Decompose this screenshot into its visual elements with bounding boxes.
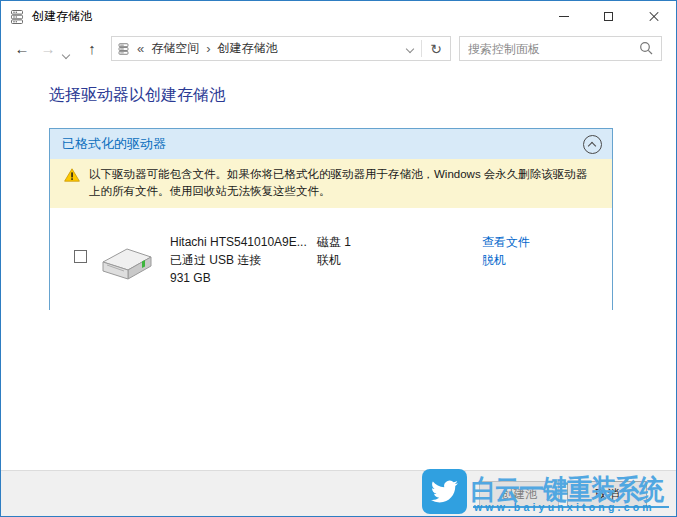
warning-line-2: 上的所有文件。使用回收站无法恢复这些文件。 xyxy=(89,183,587,200)
formatted-drives-header-label: 已格式化的驱动器 xyxy=(62,135,583,153)
navigation-bar: ← → ↑ « 存储空间 xyxy=(1,32,676,65)
warning-bar: 以下驱动器可能包含文件。如果你将已格式化的驱动器用于存储池，Windows 会永… xyxy=(50,159,612,208)
warning-text: 以下驱动器可能包含文件。如果你将已格式化的驱动器用于存储池，Windows 会永… xyxy=(89,166,587,200)
page-title: 选择驱动器以创建存储池 xyxy=(49,85,225,106)
minimize-icon xyxy=(559,16,569,17)
formatted-drives-header[interactable]: 已格式化的驱动器 xyxy=(50,129,612,159)
breadcrumb[interactable]: « 存储空间 › 创建存储池 ↻ xyxy=(111,36,451,61)
up-button[interactable]: ↑ xyxy=(81,36,103,61)
disk-status: 联机 xyxy=(317,251,351,269)
search-box xyxy=(459,36,662,61)
breadcrumb-item-create-pool[interactable]: 创建存储池 xyxy=(218,40,278,57)
drive-checkbox[interactable] xyxy=(74,250,87,263)
disk-label: 磁盘 1 xyxy=(317,233,351,251)
storage-pool-app-icon xyxy=(9,9,25,25)
drive-actions-column: 查看文件 脱机 xyxy=(482,233,530,269)
address-dropdown-button[interactable] xyxy=(399,37,421,60)
breadcrumb-separator-icon: › xyxy=(206,41,210,56)
history-dropdown-button[interactable] xyxy=(63,44,69,62)
drive-name: Hitachi HTS541010A9E... xyxy=(170,233,307,251)
formatted-drives-group: 已格式化的驱动器 以下驱动器可能包含文件。如果你将已格式化的驱动器用于存储池，W… xyxy=(49,128,613,310)
drive-row: Hitachi HTS541010A9E... 已通过 USB 连接 931 G… xyxy=(50,208,612,312)
window-controls xyxy=(541,1,676,32)
window-title: 创建存储池 xyxy=(32,8,92,25)
warning-icon xyxy=(64,168,80,200)
breadcrumb-root-ellipsis[interactable]: « xyxy=(137,41,144,56)
warning-line-1: 以下驱动器可能包含文件。如果你将已格式化的驱动器用于存储池，Windows 会永… xyxy=(89,166,587,183)
chevron-down-icon xyxy=(62,51,70,59)
view-files-link[interactable]: 查看文件 xyxy=(482,233,530,251)
external-drive-icon xyxy=(97,239,157,293)
minimize-button[interactable] xyxy=(541,1,586,32)
take-offline-link[interactable]: 脱机 xyxy=(482,251,530,269)
drive-capacity: 931 GB xyxy=(170,269,307,287)
title-bar: 创建存储池 xyxy=(1,1,676,32)
chevron-up-icon xyxy=(588,141,596,149)
breadcrumb-item-storage-spaces[interactable]: 存储空间 xyxy=(151,40,199,57)
maximize-icon xyxy=(604,12,613,21)
close-icon xyxy=(648,11,660,23)
back-button[interactable]: ← xyxy=(11,36,33,61)
disk-status-column: 磁盘 1 联机 xyxy=(317,233,351,269)
close-button[interactable] xyxy=(631,1,676,32)
collapse-button[interactable] xyxy=(583,135,602,154)
storage-breadcrumb-icon xyxy=(117,42,130,56)
drive-connection: 已通过 USB 连接 xyxy=(170,251,307,269)
forward-button[interactable]: → xyxy=(37,36,59,61)
drive-info-column: Hitachi HTS541010A9E... 已通过 USB 连接 931 G… xyxy=(170,233,307,287)
breadcrumb-controls: ↻ xyxy=(399,37,450,60)
search-input[interactable] xyxy=(468,38,633,59)
chevron-down-icon xyxy=(406,44,414,52)
maximize-button[interactable] xyxy=(586,1,631,32)
cancel-button[interactable]: 取消 xyxy=(567,481,647,507)
search-icon[interactable] xyxy=(639,41,654,60)
create-storage-pool-window: 创建存储池 ← → ↑ xyxy=(0,0,677,517)
footer-bar: 创建池 取消 xyxy=(1,470,676,516)
create-pool-button[interactable]: 创建池 xyxy=(479,481,559,507)
refresh-button[interactable]: ↻ xyxy=(422,41,450,57)
